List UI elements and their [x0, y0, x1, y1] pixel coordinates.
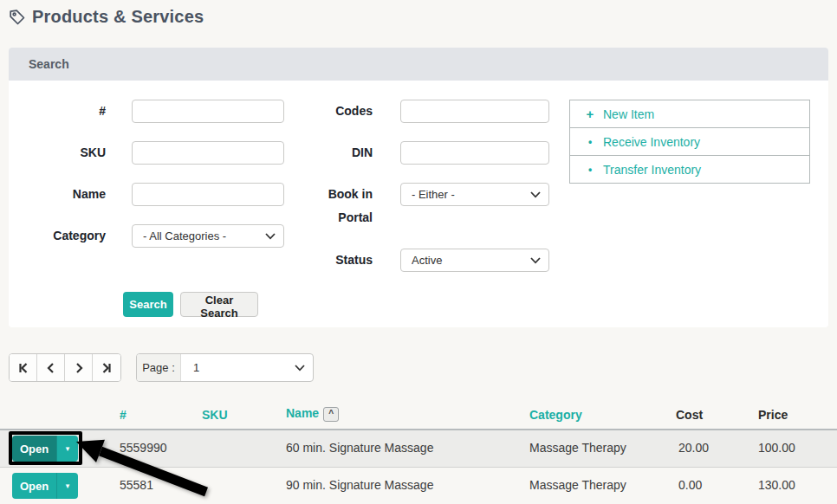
transfer-inventory-button[interactable]: • Transfer Inventory: [569, 155, 810, 184]
book-in-portal-label: Book in Portal: [312, 183, 373, 229]
book-in-portal-select[interactable]: - Either -: [400, 183, 549, 206]
open-button[interactable]: Open ▾: [12, 436, 78, 462]
products-services-page: { "page": { "title": "Products & Service…: [0, 0, 837, 504]
bullet-icon: •: [585, 164, 595, 176]
page-header: Products & Services: [9, 7, 204, 27]
cell-cost: 0.00: [678, 468, 702, 503]
header-category[interactable]: Category: [529, 408, 582, 422]
cell-category: Massage Therapy: [529, 468, 626, 503]
cell-name: 60 min. Signature Massage: [286, 430, 433, 466]
new-item-button[interactable]: + New Item: [569, 100, 810, 128]
caret-down-icon: ▾: [66, 444, 70, 453]
cell-category: Massage Therapy: [529, 430, 626, 466]
open-dropdown-toggle[interactable]: ▾: [56, 436, 78, 462]
sku-input[interactable]: [132, 141, 284, 165]
page-select[interactable]: 1: [181, 354, 313, 381]
pagination-controls: [9, 353, 121, 382]
status-label: Status: [282, 249, 373, 272]
sku-label: SKU: [15, 141, 106, 165]
cell-price: 100.00: [758, 430, 795, 466]
page-label: Page :: [137, 354, 181, 381]
next-page-button[interactable]: [65, 354, 93, 381]
name-label: Name: [15, 183, 106, 206]
search-panel-body: # SKU Name Category - All Categories - C…: [9, 81, 828, 327]
prev-page-button[interactable]: [37, 354, 65, 381]
open-button-label[interactable]: Open: [12, 473, 56, 499]
open-button-label[interactable]: Open: [12, 436, 56, 462]
cell-num: 55581: [120, 468, 153, 503]
open-button[interactable]: Open ▾: [12, 473, 78, 499]
cell-name: 90 min. Signature Massage: [286, 468, 433, 503]
din-label: DIN: [282, 141, 373, 165]
bullet-icon: •: [585, 136, 595, 148]
search-button[interactable]: Search: [123, 292, 173, 317]
cell-num: 5559990: [120, 430, 167, 466]
caret-down-icon: ▾: [66, 481, 70, 490]
table-row: Open ▾ 55581 90 min. Signature Massage M…: [0, 468, 837, 504]
header-sku[interactable]: SKU: [202, 408, 228, 422]
din-input[interactable]: [400, 141, 549, 165]
num-input[interactable]: [132, 100, 284, 123]
table-header-row: # SKU Name^ Category Cost Price: [0, 401, 837, 430]
transfer-inventory-label: Transfer Inventory: [603, 163, 701, 177]
clear-search-button[interactable]: Clear Search: [180, 292, 258, 317]
name-input[interactable]: [132, 183, 284, 206]
num-label: #: [15, 100, 106, 123]
results-table: # SKU Name^ Category Cost Price Open ▾ 5…: [0, 401, 837, 504]
codes-label: Codes: [282, 100, 373, 123]
search-panel: Search # SKU Name Category - All Categor…: [9, 48, 828, 327]
header-name[interactable]: Name^: [286, 406, 339, 422]
category-label: Category: [15, 224, 106, 248]
codes-input[interactable]: [400, 100, 549, 123]
open-dropdown-toggle[interactable]: ▾: [56, 473, 78, 499]
cell-cost: 20.00: [678, 430, 709, 466]
chevron-right-icon: [73, 362, 85, 374]
sort-asc-icon[interactable]: ^: [323, 407, 339, 422]
chevron-left-icon: [45, 362, 57, 374]
table-row: Open ▾ 5559990 60 min. Signature Massage…: [0, 430, 837, 468]
last-page-button[interactable]: [93, 354, 120, 381]
page-selector-group: Page : 1: [136, 353, 314, 382]
header-num[interactable]: #: [120, 408, 127, 422]
header-cost: Cost: [676, 408, 703, 422]
new-item-label: New Item: [603, 107, 654, 121]
receive-inventory-button[interactable]: • Receive Inventory: [569, 127, 810, 156]
header-name-label: Name: [286, 406, 319, 420]
last-page-icon: [101, 362, 113, 374]
category-select[interactable]: - All Categories -: [132, 224, 284, 248]
tag-icon: [9, 9, 26, 26]
cell-price: 130.00: [758, 468, 795, 503]
receive-inventory-label: Receive Inventory: [603, 135, 700, 149]
status-select[interactable]: Active: [400, 249, 549, 272]
first-page-icon: [17, 362, 29, 374]
header-price: Price: [758, 408, 788, 422]
first-page-button[interactable]: [10, 354, 37, 381]
page-title: Products & Services: [32, 7, 204, 27]
plus-icon: +: [585, 107, 595, 121]
search-panel-header: Search: [9, 48, 828, 81]
